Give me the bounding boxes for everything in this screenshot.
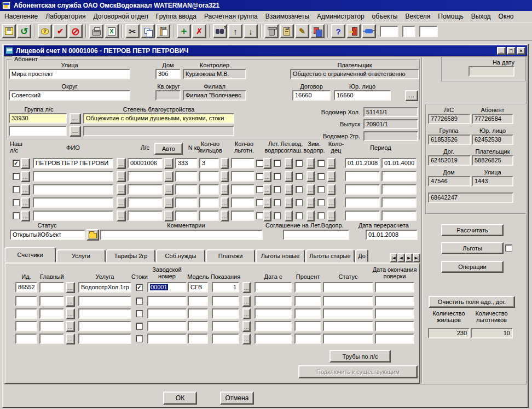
- ellipsis-button[interactable]: ...: [263, 158, 271, 169]
- agreement-field[interactable]: [283, 230, 349, 240]
- ellipsis-button[interactable]: ...: [307, 184, 315, 195]
- fio-field[interactable]: [33, 197, 113, 208]
- exit-button[interactable]: [346, 24, 361, 38]
- export-excel-button[interactable]: X: [105, 24, 119, 38]
- group-lookup-button[interactable]: ...: [70, 113, 81, 124]
- drain-checkbox[interactable]: [136, 323, 143, 330]
- apt-field[interactable]: [175, 184, 198, 195]
- tab-schetchiki[interactable]: Счетчики: [4, 247, 56, 262]
- meter2-field[interactable]: [363, 131, 418, 141]
- drain-checkbox[interactable]: [136, 335, 143, 342]
- drain-checkbox[interactable]: [136, 297, 143, 305]
- find-button[interactable]: ?: [213, 24, 227, 38]
- model-field[interactable]: [188, 321, 208, 331]
- percent-field[interactable]: [294, 334, 321, 344]
- add-row-button[interactable]: +: [177, 24, 191, 38]
- fio-field[interactable]: [33, 211, 113, 221]
- trash-button[interactable]: [264, 24, 279, 38]
- counter-main-field[interactable]: [39, 296, 64, 306]
- counter-status-field[interactable]: [323, 334, 373, 344]
- counter-service-field[interactable]: ВодопотрХол.1гр: [78, 282, 131, 293]
- close-button[interactable]: ×: [517, 47, 525, 55]
- summer-agreement-checkbox[interactable]: [274, 160, 281, 167]
- ellipsis-button[interactable]: ...: [66, 308, 75, 319]
- summer-water-checkbox[interactable]: [256, 186, 263, 193]
- ellipsis-button[interactable]: ...: [327, 211, 336, 221]
- ellipsis-button[interactable]: ...: [307, 211, 315, 221]
- verify-date-field[interactable]: [375, 282, 414, 293]
- well-checkbox[interactable]: [317, 186, 325, 193]
- apt-field[interactable]: 333: [175, 158, 198, 168]
- tab-uslugi[interactable]: Услуги: [56, 249, 106, 262]
- outlet-field[interactable]: 20901/1: [363, 119, 418, 129]
- ellipsis-button[interactable]: ...: [263, 211, 271, 221]
- ellipsis-button[interactable]: ...: [221, 184, 229, 195]
- ellipsis-button[interactable]: ...: [263, 171, 271, 182]
- winter-water-checkbox[interactable]: [296, 160, 303, 167]
- fio-field[interactable]: [33, 184, 113, 195]
- ellipsis-button[interactable]: ...: [327, 184, 336, 195]
- ellipsis-button[interactable]: ...: [117, 171, 126, 182]
- period-to-field[interactable]: [381, 211, 417, 221]
- period-to-field[interactable]: [381, 184, 417, 195]
- paste-button[interactable]: [156, 24, 170, 38]
- minimize-button[interactable]: _: [497, 47, 506, 55]
- menu-obekty[interactable]: объекты: [372, 13, 398, 20]
- amenity-field-2[interactable]: [83, 126, 234, 136]
- percent-field[interactable]: [294, 282, 321, 293]
- counter-service-field[interactable]: [78, 334, 131, 344]
- summer-agreement-checkbox[interactable]: [274, 212, 281, 219]
- counter-id-field[interactable]: [15, 308, 37, 319]
- ellipsis-button[interactable]: ...: [221, 171, 229, 182]
- counter-id-field[interactable]: [15, 321, 37, 331]
- counter-id-field[interactable]: [15, 296, 37, 306]
- ellipsis-button[interactable]: ...: [21, 171, 30, 182]
- drain-checkbox[interactable]: [136, 310, 143, 317]
- ellipsis-button[interactable]: ...: [263, 184, 271, 195]
- house-field[interactable]: 30б: [155, 69, 181, 79]
- ellipsis-button[interactable]: ...: [285, 197, 293, 208]
- ls-field[interactable]: [128, 197, 163, 208]
- winter-water-checkbox[interactable]: [296, 212, 303, 219]
- date-from-field[interactable]: [255, 321, 292, 331]
- tab-scroll-first-button[interactable]: |◀: [390, 253, 397, 262]
- meter-cold-field[interactable]: 51141/1: [363, 107, 418, 117]
- cancel-button[interactable]: Отмена: [220, 392, 254, 405]
- toolbar-edit-box-1[interactable]: [380, 26, 398, 37]
- occupants-field[interactable]: [199, 184, 219, 195]
- our-ls-checkbox[interactable]: [13, 173, 20, 180]
- counter-service-field[interactable]: [78, 321, 131, 331]
- model-field[interactable]: [188, 308, 208, 319]
- group-ls-field-2[interactable]: [9, 126, 67, 136]
- ellipsis-button[interactable]: ...: [327, 197, 336, 208]
- summer-water-checkbox[interactable]: [256, 173, 263, 180]
- apt-field[interactable]: [175, 211, 198, 221]
- counter-id-field[interactable]: [15, 334, 37, 344]
- period-to-field[interactable]: [381, 171, 417, 182]
- verify-date-field[interactable]: [375, 321, 414, 331]
- percent-field[interactable]: [294, 308, 321, 319]
- ellipsis-button[interactable]: ...: [285, 211, 293, 221]
- counter-id-field[interactable]: 86552: [15, 282, 37, 293]
- well-checkbox[interactable]: [317, 173, 325, 180]
- menu-raschetnaya-gruppa[interactable]: Расчетная группа: [204, 13, 258, 20]
- counter-main-field[interactable]: [39, 308, 64, 319]
- menu-administrator[interactable]: Администратор: [317, 13, 365, 20]
- clipboard-button[interactable]: [280, 24, 294, 38]
- ellipsis-button[interactable]: ...: [221, 158, 229, 169]
- menu-vekselya[interactable]: Векселя: [405, 13, 430, 20]
- counter-service-field[interactable]: [78, 296, 131, 306]
- ellipsis-button[interactable]: ...: [117, 197, 126, 208]
- period-to-field[interactable]: 01.01.4000: [381, 158, 417, 168]
- group-lookup-button-2[interactable]: ...: [70, 126, 81, 137]
- on-date-field[interactable]: [469, 66, 514, 77]
- summer-agreement-checkbox[interactable]: [274, 199, 281, 206]
- operations-button[interactable]: Операции: [441, 261, 504, 273]
- ellipsis-button[interactable]: ...: [242, 308, 251, 319]
- summer-water-checkbox[interactable]: [256, 160, 263, 167]
- tab-scroll-prev-button[interactable]: ◀: [397, 253, 405, 262]
- copy-button[interactable]: [141, 24, 155, 38]
- reading-field[interactable]: 1: [212, 282, 239, 293]
- status-folder-button[interactable]: [86, 229, 99, 241]
- ellipsis-button[interactable]: ...: [66, 282, 75, 293]
